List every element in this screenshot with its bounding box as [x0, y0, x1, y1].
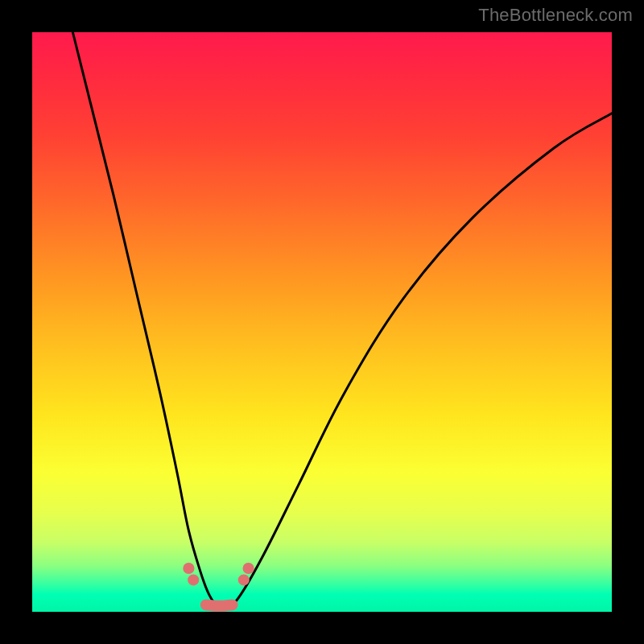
watermark-text: TheBottleneck.com [478, 5, 633, 26]
curve-svg [32, 32, 612, 612]
bottleneck-curve [72, 32, 612, 608]
plot-area [32, 32, 612, 612]
chart-frame: TheBottleneck.com [0, 0, 644, 644]
bottom-marker-segment [188, 568, 248, 606]
